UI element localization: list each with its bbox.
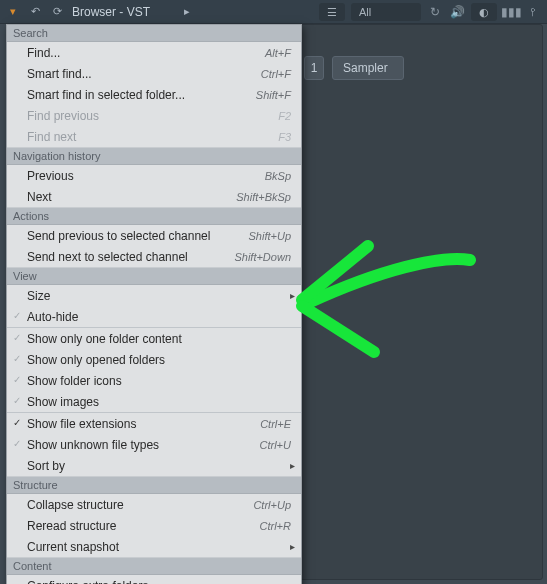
menu-item[interactable]: Configure extra folders: [7, 575, 301, 584]
menu-item-shortcut: Shift+Down: [234, 251, 291, 263]
menu-item[interactable]: Smart find...Ctrl+F: [7, 63, 301, 84]
menu-item-label: Find previous: [27, 109, 278, 123]
menu-item-label: Show only one folder content: [27, 332, 291, 346]
submenu-arrow-icon: ▸: [290, 541, 295, 552]
menu-item-label: Send previous to selected channel: [27, 229, 249, 243]
menu-item[interactable]: ✓Show unknown file typesCtrl+U: [7, 434, 301, 455]
menu-item-label: Show images: [27, 395, 291, 409]
loop-icon[interactable]: ↻: [427, 4, 443, 20]
play-icon[interactable]: ▸: [178, 3, 196, 21]
back-icon[interactable]: ↶: [26, 3, 44, 21]
menu-item[interactable]: ✓Show only opened folders: [7, 349, 301, 370]
menu-item-shortcut: Ctrl+Up: [253, 499, 291, 511]
menu-item[interactable]: ✓Show only one folder content: [7, 328, 301, 349]
browser-title: Browser - VST: [72, 5, 150, 19]
menu-item-label: Find...: [27, 46, 265, 60]
check-icon: ✓: [11, 373, 23, 385]
menu-item[interactable]: NextShift+BkSp: [7, 186, 301, 207]
channel-number-chip[interactable]: 1: [304, 56, 324, 80]
menu-item-label: Collapse structure: [27, 498, 253, 512]
menu-section-header: Actions: [7, 207, 301, 225]
menu-item-label: Configure extra folders: [27, 579, 291, 585]
check-icon: ✓: [11, 394, 23, 406]
menu-item-shortcut: Ctrl+F: [261, 68, 291, 80]
menu-item-label: Find next: [27, 130, 278, 144]
volume-icon[interactable]: 🔊: [449, 4, 465, 20]
menu-item-label: Size: [27, 289, 291, 303]
list-icon[interactable]: ☰: [319, 3, 345, 21]
menu-item-shortcut: BkSp: [265, 170, 291, 182]
menu-item[interactable]: Current snapshot▸: [7, 536, 301, 557]
filter-all[interactable]: All: [351, 3, 421, 21]
check-icon: ✓: [11, 416, 23, 428]
menu-item-label: Send next to selected channel: [27, 250, 234, 264]
menu-item[interactable]: ✓Show folder icons: [7, 370, 301, 391]
menu-item-label: Smart find...: [27, 67, 261, 81]
sampler-chip[interactable]: Sampler: [332, 56, 404, 80]
submenu-arrow-icon: ▸: [290, 290, 295, 301]
menu-section-header: Search: [7, 25, 301, 42]
bars-icon[interactable]: ▮▮▮: [503, 4, 519, 20]
eq-icon[interactable]: ⫯: [525, 4, 541, 20]
refresh-icon[interactable]: ⟳: [48, 3, 66, 21]
channel-number-label: 1: [311, 61, 318, 75]
menu-item[interactable]: ✓Show images: [7, 391, 301, 412]
knob-icon[interactable]: ◐: [471, 3, 497, 21]
sampler-label: Sampler: [343, 61, 388, 75]
menu-item[interactable]: Find...Alt+F: [7, 42, 301, 63]
menu-item[interactable]: ✓Show file extensionsCtrl+E: [7, 413, 301, 434]
menu-item-label: Previous: [27, 169, 265, 183]
check-icon: ✓: [11, 437, 23, 449]
menu-item-label: Sort by: [27, 459, 291, 473]
menu-item[interactable]: Size▸: [7, 285, 301, 306]
menu-dropdown-icon[interactable]: ▾: [4, 3, 22, 21]
menu-item-shortcut: Shift+Up: [249, 230, 292, 242]
menu-item-label: Next: [27, 190, 236, 204]
menu-section-header: Structure: [7, 476, 301, 494]
menu-item-shortcut: Ctrl+E: [260, 418, 291, 430]
menu-item[interactable]: ✓Auto-hide: [7, 306, 301, 327]
menu-item[interactable]: Smart find in selected folder...Shift+F: [7, 84, 301, 105]
menu-item-shortcut: Ctrl+R: [260, 520, 291, 532]
check-icon: ✓: [11, 331, 23, 343]
menu-item-shortcut: F3: [278, 131, 291, 143]
menu-item-label: Current snapshot: [27, 540, 291, 554]
menu-item: Find nextF3: [7, 126, 301, 147]
browser-context-menu: SearchFind...Alt+FSmart find...Ctrl+FSma…: [6, 24, 302, 584]
filter-label: All: [359, 6, 371, 18]
check-icon: ✓: [11, 309, 23, 321]
menu-item-shortcut: Shift+F: [256, 89, 291, 101]
submenu-arrow-icon: ▸: [290, 460, 295, 471]
channel-rack-panel: [300, 24, 543, 580]
menu-item: Find previousF2: [7, 105, 301, 126]
menu-item-label: Smart find in selected folder...: [27, 88, 256, 102]
menu-item-shortcut: Shift+BkSp: [236, 191, 291, 203]
menu-section-header: Navigation history: [7, 147, 301, 165]
menu-item-label: Show unknown file types: [27, 438, 260, 452]
menu-item[interactable]: Send next to selected channelShift+Down: [7, 246, 301, 267]
menu-item-label: Show file extensions: [27, 417, 260, 431]
menu-item-shortcut: F2: [278, 110, 291, 122]
menu-item[interactable]: PreviousBkSp: [7, 165, 301, 186]
topbar-right: ☰ All ↻ 🔊 ◐ ▮▮▮ ⫯: [319, 0, 541, 24]
menu-section-header: Content: [7, 557, 301, 575]
menu-item[interactable]: Send previous to selected channelShift+U…: [7, 225, 301, 246]
menu-item-label: Auto-hide: [27, 310, 291, 324]
menu-item[interactable]: Sort by▸: [7, 455, 301, 476]
menu-section-header: View: [7, 267, 301, 285]
menu-item[interactable]: Reread structureCtrl+R: [7, 515, 301, 536]
menu-item-label: Show folder icons: [27, 374, 291, 388]
menu-item-shortcut: Alt+F: [265, 47, 291, 59]
menu-item-shortcut: Ctrl+U: [260, 439, 291, 451]
menu-item-label: Reread structure: [27, 519, 260, 533]
menu-item[interactable]: Collapse structureCtrl+Up: [7, 494, 301, 515]
menu-item-label: Show only opened folders: [27, 353, 291, 367]
check-icon: ✓: [11, 352, 23, 364]
